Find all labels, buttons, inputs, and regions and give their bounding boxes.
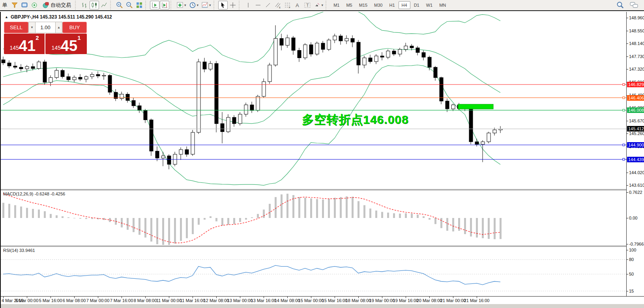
timeframe-button-MN[interactable]: MN xyxy=(436,1,449,9)
chart-text-annotation[interactable]: 多空转折点146.008 xyxy=(302,112,408,128)
macd-histogram-bar xyxy=(67,217,69,218)
rsi-panel-canvas[interactable] xyxy=(1,247,626,296)
candle-body xyxy=(446,101,449,109)
time-tick-label: 7 Mar 16:00 xyxy=(110,298,133,303)
trendline-tool-button[interactable] xyxy=(263,1,273,9)
macd-histogram-bar xyxy=(369,208,371,218)
price-chart-canvas[interactable] xyxy=(1,12,626,189)
macd-panel-canvas[interactable] xyxy=(1,190,626,246)
candle-body xyxy=(339,36,343,41)
market-watch-button[interactable] xyxy=(10,1,19,9)
timeframe-button-M5[interactable]: M5 xyxy=(343,1,355,9)
volume-input[interactable] xyxy=(36,22,55,33)
signals-button[interactable] xyxy=(30,1,39,9)
bar-chart-button[interactable] xyxy=(80,1,89,9)
candle-body xyxy=(55,70,58,77)
search-button[interactable] xyxy=(615,1,625,9)
macd-histogram-bar xyxy=(328,199,330,218)
collapse-arrow-icon[interactable]: ▲ xyxy=(5,15,8,19)
candle-body xyxy=(428,57,431,67)
auto-trading-label: 自动交易 xyxy=(51,2,71,9)
svg-text:E: E xyxy=(279,6,281,9)
price-tick-label: 148.960 xyxy=(629,15,644,20)
macd-histogram-bar xyxy=(8,204,10,218)
macd-histogram-bar xyxy=(423,216,425,218)
axis-tick xyxy=(627,121,628,121)
timeframe-button-D1[interactable]: D1 xyxy=(411,1,423,9)
line-handle[interactable] xyxy=(623,144,625,146)
time-tick-label: 15 Mar 16:00 xyxy=(322,298,348,303)
highlight-rectangle[interactable] xyxy=(458,104,493,109)
candle-body xyxy=(209,64,212,69)
timeframe-button-M1[interactable]: M1 xyxy=(330,1,343,9)
sell-price-main: 41 xyxy=(19,39,36,53)
line-handle[interactable] xyxy=(623,158,625,160)
zoom-out-button[interactable] xyxy=(125,1,134,9)
horizontal-line-tool-button[interactable] xyxy=(253,1,263,9)
periods-button[interactable]: ▾ xyxy=(188,1,200,9)
macd-histogram-bar xyxy=(251,217,253,218)
time-tick-label: 11 Mar 16:00 xyxy=(180,298,205,303)
auto-scroll-button[interactable] xyxy=(150,1,159,9)
fibonacci-tool-button[interactable]: F xyxy=(283,1,292,9)
candle-body xyxy=(493,130,496,133)
line-chart-button[interactable] xyxy=(99,1,109,9)
macd-histogram-bar xyxy=(488,218,490,239)
sell-price-display[interactable]: 145 41 2 xyxy=(4,34,45,54)
channel-icon: E xyxy=(274,2,281,9)
buy-button[interactable]: BUY xyxy=(62,22,87,33)
candle-body xyxy=(102,75,106,76)
macd-histogram-bar xyxy=(44,211,46,218)
text-tool-button[interactable]: A xyxy=(293,1,302,9)
timeframe-button-H4[interactable]: H4 xyxy=(399,1,410,9)
line-handle[interactable] xyxy=(623,109,625,111)
templates-button[interactable]: ▾ xyxy=(200,1,212,9)
time-scale-axis[interactable]: 4 Mar 20195 Mar 00:005 Mar 16:006 Mar 08… xyxy=(1,296,644,304)
macd-histogram-bar xyxy=(464,218,466,234)
time-tick-label: 15 Mar 00:00 xyxy=(298,298,324,303)
candle-body xyxy=(262,82,266,96)
volume-increase-button[interactable]: ▲ xyxy=(55,22,62,33)
cursor-icon xyxy=(219,2,227,9)
price-scale-axis[interactable]: 148.960148.550148.140147.730147.320146.9… xyxy=(626,12,644,304)
candlestick-chart-button[interactable] xyxy=(90,1,99,9)
timeframe-button-M15[interactable]: M15 xyxy=(356,1,371,9)
candle-body xyxy=(232,117,236,124)
sell-button[interactable]: SELL xyxy=(4,22,28,33)
buy-price-display[interactable]: 145 45 1 xyxy=(45,34,87,54)
indicators-button[interactable]: ▾ xyxy=(175,1,187,9)
zoom-in-button[interactable] xyxy=(115,1,124,9)
macd-histogram-bar xyxy=(186,218,188,238)
arrows-tool-button[interactable]: ▾ xyxy=(313,1,325,9)
auto-trading-button[interactable]: 自动交易 xyxy=(39,1,74,9)
macd-histogram-bar xyxy=(139,218,140,235)
candle-body xyxy=(321,43,325,49)
timeframe-button-H1[interactable]: H1 xyxy=(386,1,398,9)
candle-body xyxy=(150,120,153,151)
template-icon xyxy=(201,2,208,9)
volume-decrease-button[interactable]: ▼ xyxy=(28,22,36,33)
timeframe-button-M30[interactable]: M30 xyxy=(371,1,386,9)
chart-shift-button[interactable] xyxy=(160,1,169,9)
macd-scale-label: 0.7622 xyxy=(629,190,642,195)
rsi-line xyxy=(3,265,500,285)
cursor-button[interactable] xyxy=(218,1,228,9)
community-chat-button[interactable] xyxy=(628,1,640,9)
macd-scale-label: -0.7966 xyxy=(629,242,644,246)
time-tick-label: 11 Mar 00:00 xyxy=(156,298,182,303)
new-order-button[interactable]: 单 xyxy=(0,1,9,9)
candle-body xyxy=(203,62,206,69)
vertical-line-tool-button[interactable] xyxy=(243,1,253,9)
line-handle[interactable] xyxy=(623,84,625,86)
timeframe-button-W1[interactable]: W1 xyxy=(423,1,436,9)
crosshair-button[interactable] xyxy=(228,1,238,9)
macd-histogram-bar xyxy=(227,218,229,225)
time-tick-label: 20 Mar 08:00 xyxy=(417,298,442,303)
text-label-tool-button[interactable]: T xyxy=(303,1,312,9)
candle-body xyxy=(274,38,277,65)
terminal-button[interactable] xyxy=(20,1,29,9)
line-handle[interactable] xyxy=(623,97,625,99)
channel-tool-button[interactable]: E xyxy=(273,1,283,9)
toolbar-right-icons xyxy=(615,1,642,9)
tile-windows-button[interactable] xyxy=(135,1,144,9)
